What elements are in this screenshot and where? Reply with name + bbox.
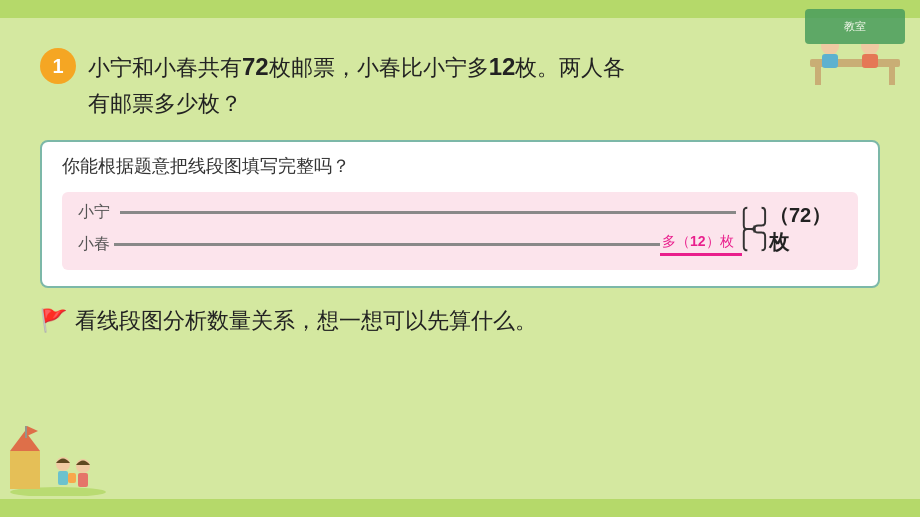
question-text: 小宁和小春共有72枚邮票，小春比小宁多12枚。两人各有邮票多少枚？ [88, 48, 625, 122]
extra-label-text: 多（12）枚 [662, 233, 734, 251]
svg-rect-10 [10, 451, 40, 489]
segment-diagram-area: 小宁 小春 多（12）枚 [62, 192, 858, 270]
svg-text:教室: 教室 [844, 20, 866, 32]
xiaochun-base-line [114, 243, 660, 246]
top-right-illustration: 教室 [800, 4, 910, 106]
svg-rect-18 [68, 473, 76, 483]
question-text-part4: 有邮票多少枚？ [88, 91, 242, 116]
xiaochun-extra-line [660, 253, 742, 256]
bottom-text-row: 🚩 看线段图分析数量关系，想一想可以先算什么。 [40, 306, 890, 336]
total-label: （72）枚 [769, 202, 842, 256]
svg-rect-1 [815, 67, 821, 85]
bottom-left-illustration [8, 416, 108, 507]
xiaoning-segment-row: 小宁 [78, 202, 742, 223]
svg-rect-6 [862, 54, 878, 68]
xiaochun-extra-group: 多（12）枚 [660, 233, 742, 256]
svg-marker-13 [27, 426, 38, 436]
brace-svg [742, 203, 767, 255]
top-decorative-strip [0, 0, 920, 18]
svg-rect-2 [889, 67, 895, 85]
svg-rect-17 [78, 473, 88, 487]
xiaoning-label: 小宁 [78, 202, 114, 223]
question-text-part2: 枚邮票，小春比小宁多 [269, 55, 489, 80]
question-row: 1 小宁和小春共有72枚邮票，小春比小宁多12枚。两人各有邮票多少枚？ [40, 48, 890, 122]
svg-rect-15 [58, 471, 68, 485]
bottom-decorative-strip [0, 499, 920, 517]
flag-icon: 🚩 [40, 308, 67, 334]
question-number-badge: 1 [40, 48, 76, 84]
xiaochun-segment-row: 小春 多（12）枚 [78, 233, 742, 256]
xiaochun-label: 小春 [78, 234, 114, 255]
brace-and-total-area: （72）枚 [742, 202, 842, 256]
diagram-instruction: 你能根据题意把线段图填写完整吗？ [62, 154, 858, 178]
xiaoning-segment-line [120, 211, 736, 214]
svg-rect-4 [822, 54, 838, 68]
svg-rect-12 [25, 426, 27, 438]
segment-rows-container: 小宁 小春 多（12）枚 [78, 202, 842, 256]
extra-num: 12 [690, 233, 706, 249]
question-num1: 72 [242, 53, 269, 80]
page-container: 教室 1 小宁和小春共有72枚邮票，小春比小宁多 [0, 0, 920, 517]
question-text-part1: 小宁和小春共有 [88, 55, 242, 80]
xiaochun-segment-full: 多（12）枚 [114, 233, 742, 256]
total-num: 72 [789, 204, 811, 226]
diagram-box: 你能根据题意把线段图填写完整吗？ 小宁 小春 多（12）枚 [40, 140, 880, 288]
question-text-part3: 枚。两人各 [515, 55, 625, 80]
question-num2: 12 [489, 53, 516, 80]
bottom-text: 看线段图分析数量关系，想一想可以先算什么。 [75, 306, 537, 336]
